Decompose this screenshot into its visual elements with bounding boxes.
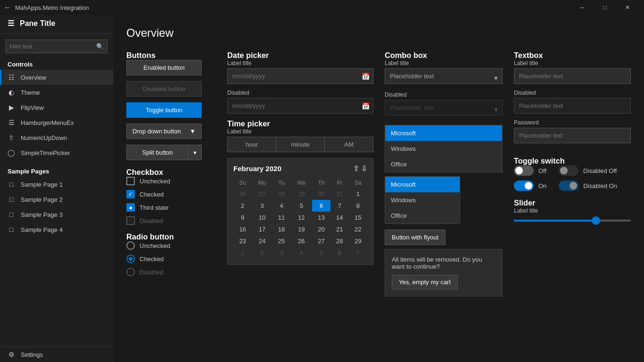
combo-small-item-office[interactable]: Office (385, 208, 460, 223)
back-icon[interactable]: ← (4, 3, 11, 12)
cal-day-cell[interactable]: 27 (252, 188, 272, 200)
cal-day-cell[interactable]: 24 (252, 235, 272, 247)
cal-day-cell[interactable]: 19 (290, 223, 312, 235)
radio-unchecked-circle[interactable] (126, 241, 135, 250)
sidebar-item-overview[interactable]: ☷ Overview (0, 70, 113, 85)
sidebar-item-numeric[interactable]: ⇧ NumericUpDown (0, 130, 113, 145)
ampm-segment[interactable]: AM (325, 137, 373, 152)
cal-day-cell[interactable]: 7 (330, 200, 349, 212)
textbox-password-input[interactable] (514, 128, 631, 143)
sidebar-item-sample3[interactable]: □ Sample Page 3 (0, 207, 113, 222)
hamburger-icon[interactable]: ☰ (8, 19, 14, 28)
cal-day-cell[interactable]: 9 (233, 212, 252, 223)
radio-label: Radio button (126, 232, 216, 241)
cal-day-cell[interactable]: 2 (252, 247, 272, 259)
sidebar-item-sample2[interactable]: □ Sample Page 2 (0, 192, 113, 207)
radio-checked-item[interactable]: Checked (126, 255, 216, 263)
checkbox-third-box[interactable]: ■ (126, 203, 135, 212)
sidebar-item-flipview[interactable]: ▶ FlipView (0, 100, 113, 115)
checkbox-checked-item[interactable]: ✓ Checked (126, 190, 216, 198)
cal-day-cell[interactable]: 28 (272, 188, 291, 200)
checkbox-third-item[interactable]: ■ Third state (126, 203, 216, 212)
cal-day-cell[interactable]: 22 (349, 223, 367, 235)
textbox-input[interactable] (514, 68, 631, 84)
hour-segment[interactable]: hour (228, 137, 276, 152)
cal-day-cell[interactable]: 15 (349, 212, 367, 223)
theme-icon: ◐ (8, 89, 15, 96)
cal-day-cell[interactable]: 20 (312, 223, 330, 235)
combo-select[interactable]: Placeholder text Microsoft Windows Offic… (385, 68, 503, 84)
cal-day-cell[interactable]: 23 (233, 235, 252, 247)
cal-day-cell[interactable]: 29 (349, 235, 367, 247)
cal-day-cell[interactable]: 26 (233, 188, 252, 200)
sidebar-item-theme[interactable]: ◐ Theme (0, 85, 113, 100)
cal-day-cell[interactable]: 6 (312, 200, 330, 212)
cal-day-cell[interactable]: 13 (312, 212, 330, 223)
cal-day-cell[interactable]: 30 (312, 188, 330, 200)
combo-small-item-microsoft[interactable]: Microsoft (385, 177, 460, 192)
checkbox-unchecked-box[interactable] (126, 177, 135, 185)
date-label-title: Label title (227, 60, 373, 66)
toggle-button[interactable]: Toggle button (126, 102, 202, 118)
cal-day-cell[interactable]: 5 (290, 200, 312, 212)
cal-prev-button[interactable]: ⇧ (353, 164, 359, 173)
cal-day-cell[interactable]: 6 (330, 247, 349, 259)
sidebar-item-hamburger[interactable]: ☰ HamburgerMenuEx (0, 115, 113, 130)
combo-list-item-windows[interactable]: Windows (385, 141, 502, 156)
cal-day-cell[interactable]: 10 (252, 212, 272, 223)
cal-day-cell[interactable]: 3 (252, 200, 272, 212)
combo-small-item-windows[interactable]: Windows (385, 192, 460, 208)
radio-unchecked-item[interactable]: Unchecked (126, 241, 216, 250)
minute-segment[interactable]: minute (276, 137, 325, 152)
cal-day-cell[interactable]: 16 (233, 223, 252, 235)
flyout-button[interactable]: Button with flyout (385, 230, 446, 245)
toggle-off-track[interactable] (514, 165, 534, 176)
search-input[interactable] (6, 40, 107, 53)
cal-day-cell[interactable]: 18 (272, 223, 291, 235)
cal-day-cell[interactable]: 29 (290, 188, 312, 200)
cal-day-cell[interactable]: 26 (290, 235, 312, 247)
dropdown-button[interactable]: Drop down button ▼ (126, 123, 202, 139)
sidebar-item-sample1[interactable]: □ Sample Page 1 (0, 177, 113, 192)
cal-day-cell[interactable]: 21 (330, 223, 349, 235)
cal-day-cell[interactable]: 4 (290, 247, 312, 259)
cal-day-cell[interactable]: 17 (252, 223, 272, 235)
sidebar-item-settings[interactable]: ⚙ Settings (0, 346, 113, 362)
radio-checked-circle[interactable] (126, 255, 135, 263)
combo-list-item-microsoft[interactable]: Microsoft (385, 125, 502, 141)
cal-day-cell[interactable]: 12 (290, 212, 312, 223)
cal-day-cell[interactable]: 31 (330, 188, 349, 200)
maximize-button[interactable]: □ (594, 0, 616, 15)
cal-day-cell[interactable]: 1 (233, 247, 252, 259)
toggle-on-track[interactable] (514, 181, 534, 191)
checkbox-checked-box[interactable]: ✓ (126, 190, 135, 198)
cal-next-button[interactable]: ⇩ (361, 164, 367, 173)
enabled-button[interactable]: Enabled button (126, 60, 202, 75)
date-input[interactable] (227, 68, 373, 84)
buttons-section-label: Buttons (126, 51, 216, 60)
split-button-arrow[interactable]: ▼ (189, 145, 202, 160)
sidebar-item-timepicker[interactable]: ◯ SimpleTimePicker (0, 145, 113, 160)
cal-day-cell[interactable]: 28 (330, 235, 349, 247)
combo-list-item-office[interactable]: Office (385, 156, 502, 172)
cal-day-cell[interactable]: 14 (330, 212, 349, 223)
slider-thumb[interactable] (592, 216, 600, 225)
slider-track[interactable] (514, 220, 631, 222)
cal-day-cell[interactable]: 7 (349, 247, 367, 259)
cal-day-cell[interactable]: 8 (349, 200, 367, 212)
cal-day-cell[interactable]: 4 (272, 200, 291, 212)
cal-day-cell[interactable]: 11 (272, 212, 291, 223)
checkbox-unchecked-item[interactable]: Unchecked (126, 177, 216, 185)
cal-day-cell[interactable]: 3 (272, 247, 291, 259)
cal-day-cell[interactable]: 5 (312, 247, 330, 259)
cal-day-cell[interactable]: 1 (349, 188, 367, 200)
flyout-confirm-button[interactable]: Yes, empty my cart (392, 275, 458, 289)
cal-day-cell[interactable]: 27 (312, 235, 330, 247)
split-button-main[interactable]: Split button (126, 145, 189, 160)
close-button[interactable]: ✕ (617, 0, 638, 15)
minimize-button[interactable]: ─ (571, 0, 593, 15)
cal-day-cell[interactable]: 25 (272, 235, 291, 247)
cal-day-we: We (290, 178, 312, 188)
sidebar-item-sample4[interactable]: □ Sample Page 4 (0, 222, 113, 237)
cal-day-cell[interactable]: 2 (233, 200, 252, 212)
